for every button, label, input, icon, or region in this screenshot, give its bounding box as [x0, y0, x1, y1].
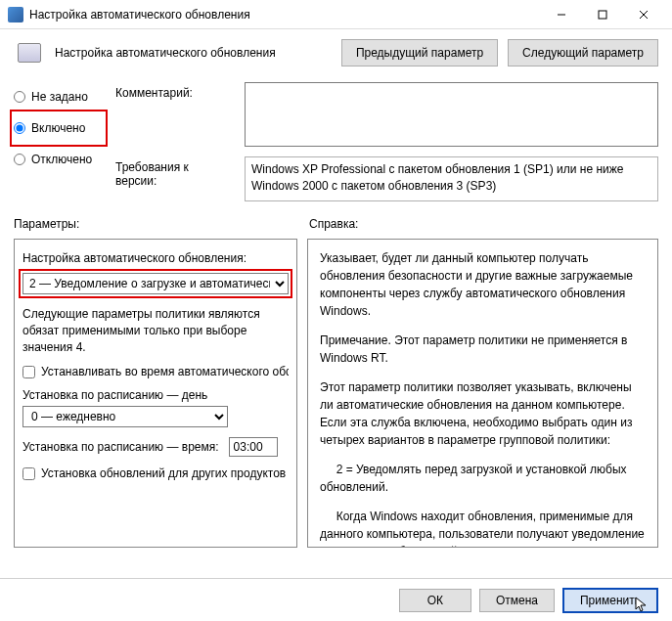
radio-disabled[interactable]: Отключено: [14, 153, 104, 166]
config-note: Следующие параметры политики являются об…: [22, 306, 289, 355]
footer: ОК Отмена Применить: [0, 578, 672, 621]
radio-disabled-label: Отключено: [31, 153, 92, 166]
chk-auto-maint-input[interactable]: [22, 366, 35, 378]
titlebar: Настройка автоматического обновления: [0, 0, 672, 29]
requirements-value: Windows XP Professional с пакетом обновл…: [245, 156, 658, 201]
schedule-time-input[interactable]: [229, 437, 278, 457]
help-panel[interactable]: Указывает, будет ли данный компьютер пол…: [307, 239, 658, 548]
close-button[interactable]: [623, 1, 664, 28]
radio-not-set[interactable]: Не задано: [14, 90, 104, 104]
radio-enabled-input[interactable]: [14, 122, 25, 134]
radio-not-set-input[interactable]: [14, 91, 25, 103]
header-title: Настройка автоматического обновления: [55, 46, 332, 60]
next-parameter-button[interactable]: Следующий параметр: [508, 39, 658, 67]
config-update-select[interactable]: 2 — Уведомление о загрузке и автоматичес…: [22, 273, 289, 294]
schedule-time-row: Установка по расписанию — время:: [22, 437, 289, 457]
config-select-highlight: 2 — Уведомление о загрузке и автоматичес…: [19, 269, 292, 298]
upper-area: Не задано Включено Отключено Комментарий…: [0, 76, 672, 207]
prev-parameter-button[interactable]: Предыдущий параметр: [341, 39, 498, 67]
apply-button-label: Применить: [580, 594, 641, 607]
section-labels: Параметры: Справка:: [0, 213, 672, 233]
window-title: Настройка автоматического обновления: [29, 8, 541, 22]
comment-label: Комментарий:: [115, 82, 233, 147]
schedule-day-label: Установка по расписанию — день: [22, 388, 289, 402]
cursor-icon: [635, 597, 649, 617]
apply-button[interactable]: Применить: [562, 588, 658, 613]
radio-enabled[interactable]: Включено: [14, 121, 104, 135]
chk-auto-maint[interactable]: Устанавливать во время автоматического о…: [22, 365, 289, 378]
window-controls: [541, 1, 664, 28]
chk-other-products-input[interactable]: [22, 467, 35, 480]
help-p3: Этот параметр политики позволяет указыва…: [320, 378, 646, 449]
requirements-label: Требования к версии:: [115, 156, 233, 201]
help-p2: Примечание. Этот параметр политики не пр…: [320, 332, 646, 367]
parameters-panel: Настройка автоматического обновления: 2 …: [14, 239, 297, 548]
svg-rect-1: [599, 11, 606, 19]
help-label: Справка:: [309, 217, 658, 231]
radio-disabled-input[interactable]: [14, 154, 25, 165]
fields: Комментарий: Требования к версии: Window…: [115, 82, 658, 201]
chk-other-products-label: Установка обновлений для других продукто…: [41, 466, 289, 480]
params-label: Параметры:: [14, 217, 297, 231]
maximize-button[interactable]: [582, 1, 623, 28]
ok-button[interactable]: ОК: [399, 589, 471, 612]
state-radios: Не задано Включено Отключено: [14, 82, 104, 201]
comment-row: Комментарий:: [115, 82, 658, 147]
window-icon: [8, 7, 23, 22]
radio-not-set-label: Не задано: [31, 90, 88, 104]
help-p4: 2 = Уведомлять перед загрузкой и установ…: [320, 461, 646, 496]
cancel-button[interactable]: Отмена: [479, 589, 555, 612]
schedule-day-select[interactable]: 0 — ежедневно: [22, 406, 228, 427]
help-p1: Указывает, будет ли данный компьютер пол…: [320, 249, 646, 320]
header: Настройка автоматического обновления Пре…: [0, 29, 672, 76]
chk-other-products[interactable]: Установка обновлений для других продукто…: [22, 466, 289, 480]
requirements-row: Требования к версии: Windows XP Professi…: [115, 156, 658, 201]
radio-enabled-label: Включено: [31, 121, 85, 135]
config-update-label: Настройка автоматического обновления:: [22, 251, 289, 265]
help-p5: Когда Windows находит обновления, примен…: [320, 508, 646, 548]
radio-enabled-highlight: Включено: [10, 110, 108, 147]
panels: Настройка автоматического обновления: 2 …: [0, 233, 672, 554]
header-icon: [14, 39, 45, 67]
schedule-time-label: Установка по расписанию — время:: [22, 440, 219, 454]
minimize-button[interactable]: [541, 1, 582, 28]
comment-input[interactable]: [245, 82, 658, 147]
chk-auto-maint-label: Устанавливать во время автоматического о…: [41, 365, 289, 378]
